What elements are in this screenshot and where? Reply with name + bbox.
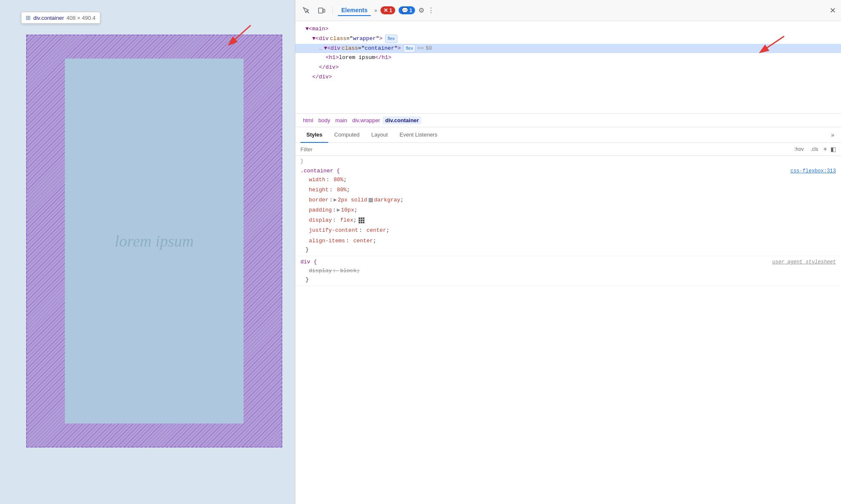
preview-container-outer: lorem ipsum [26, 35, 282, 448]
comment-count: 1 [410, 8, 412, 13]
filter-layout-icon[interactable]: ◧ [830, 146, 836, 153]
css-prop-border[interactable]: border: ▶ 2px solid darkgray; [300, 195, 836, 205]
svg-rect-14 [361, 222, 362, 223]
css-rules-area: } .container { css-flexbox:313 width: 80… [295, 156, 841, 504]
css-prop-display-block[interactable]: display: block; [300, 266, 836, 276]
breadcrumb-bar: html body main div.wrapper div.container [295, 114, 841, 127]
css-selector-div[interactable]: div { [300, 259, 317, 265]
breadcrumb-main[interactable]: main [333, 116, 350, 124]
css-prop-justify-content[interactable]: justify-content: center; [300, 225, 836, 236]
tab-layout[interactable]: Layout [365, 127, 394, 143]
breadcrumb-div-wrapper[interactable]: div.wrapper [350, 116, 383, 124]
filter-cls-button[interactable]: .cls [809, 145, 820, 153]
tooltip-element-name: div.container [33, 15, 64, 21]
error-count: 1 [389, 8, 392, 13]
svg-rect-11 [361, 220, 362, 221]
filter-add-button[interactable]: + [823, 145, 827, 153]
devtools-toolbar: Elements » ✕ 1 💬 1 ⚙ ⋮ ✕ [295, 0, 841, 21]
preview-container-inner: lorem ipsum [65, 59, 244, 424]
css-prop-padding[interactable]: padding: ▶ 10px; [300, 205, 836, 215]
tab-event-listeners[interactable]: Event Listeners [394, 127, 443, 143]
breadcrumb-html[interactable]: html [300, 116, 316, 124]
close-icon[interactable]: ✕ [830, 6, 836, 15]
svg-line-6 [761, 36, 784, 52]
element-tooltip: ⊞ div.container 408 × 490.4 [21, 12, 100, 24]
tab-computed[interactable]: Computed [328, 127, 365, 143]
filter-hov-button[interactable]: :hov [793, 145, 806, 153]
tooltip-size: 408 × 490.4 [67, 15, 96, 21]
svg-rect-3 [319, 8, 323, 13]
element-icon: ⊞ [26, 14, 31, 21]
devtools-panel: Elements » ✕ 1 💬 1 ⚙ ⋮ ✕ ▼ [295, 0, 841, 504]
css-scroll-marker: } [295, 158, 841, 165]
gear-icon[interactable]: ⚙ [418, 6, 424, 14]
css-prop-display[interactable]: display: flex; [300, 215, 836, 225]
comment-badge[interactable]: 💬 1 [399, 6, 415, 14]
svg-rect-10 [359, 220, 360, 221]
css-prop-height[interactable]: height: 80%; [300, 185, 836, 195]
device-toggle-icon[interactable] [316, 5, 327, 16]
elements-area-wrapper: ▼ <main> ▼ <div class="wrapper" > flex …… [295, 21, 841, 114]
panel-tabs: Styles Computed Layout Event Listeners » [295, 127, 841, 143]
color-swatch-darkgray[interactable] [369, 198, 373, 202]
svg-rect-8 [361, 217, 362, 219]
css-rule-div-header: div { user agent stylesheet [300, 259, 836, 265]
svg-line-2 [307, 11, 309, 13]
svg-rect-9 [363, 217, 364, 219]
css-source-user-agent: user agent stylesheet [772, 259, 836, 265]
svg-rect-13 [359, 222, 360, 223]
css-rule-div: div { user agent stylesheet display: blo… [295, 256, 841, 286]
breadcrumb-div-container[interactable]: div.container [383, 116, 421, 124]
flex-grid-icon[interactable] [359, 217, 365, 223]
svg-rect-12 [363, 220, 364, 221]
tab-styles[interactable]: Styles [300, 127, 328, 143]
filter-bar: :hov .cls + ◧ [295, 143, 841, 156]
filter-input[interactable] [300, 146, 789, 153]
error-badge[interactable]: ✕ 1 [380, 6, 395, 14]
red-arrow-top [217, 21, 259, 55]
css-closing-brace-div: } [300, 276, 836, 283]
inspect-icon[interactable] [300, 5, 312, 16]
svg-rect-4 [323, 9, 325, 12]
css-rule-container: .container { css-flexbox:313 width: 80%;… [295, 165, 841, 256]
svg-line-1 [230, 25, 251, 44]
css-source-container[interactable]: css-flexbox:313 [790, 168, 836, 174]
container-flex-badge[interactable]: flex [403, 44, 415, 53]
red-arrow-elements [748, 33, 790, 58]
css-rule-container-header: .container { css-flexbox:313 [300, 168, 836, 174]
tab-elements[interactable]: Elements [338, 5, 371, 16]
breadcrumb-body[interactable]: body [316, 116, 333, 124]
css-prop-align-items[interactable]: align-items: center; [300, 236, 836, 246]
more-icon[interactable]: ⋮ [428, 6, 434, 14]
css-selector-container[interactable]: .container { [300, 168, 340, 174]
css-closing-brace-container: } [300, 246, 836, 253]
css-prop-width[interactable]: width: 80%; [300, 175, 836, 185]
html-line-close-wrapper[interactable]: </div> [295, 72, 841, 82]
wrapper-flex-badge[interactable]: flex [385, 35, 397, 43]
svg-rect-15 [363, 222, 364, 223]
toolbar-separator [332, 6, 333, 15]
svg-rect-7 [359, 217, 360, 219]
lorem-text: lorem ipsum [115, 232, 194, 250]
tab-chevron[interactable]: » [374, 8, 377, 13]
browser-preview: ⊞ div.container 408 × 490.4 lorem ipsum [0, 0, 295, 504]
panel-tab-more[interactable]: » [829, 127, 836, 142]
html-line-close-container[interactable]: </div> [295, 63, 841, 72]
